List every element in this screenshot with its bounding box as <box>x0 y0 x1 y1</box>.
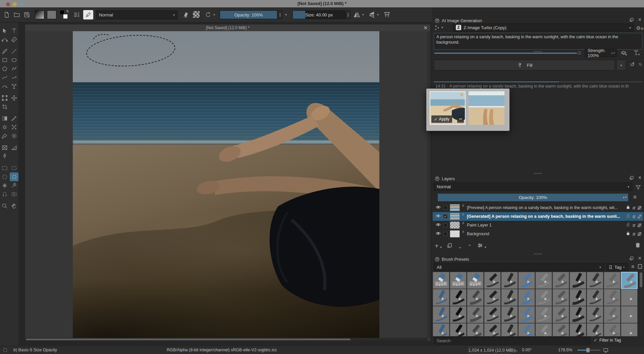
layer-visibility-eye-icon[interactable] <box>435 213 441 220</box>
layer-lock-icon[interactable] <box>626 231 630 237</box>
brush-detail-view-icon[interactable] <box>637 264 643 270</box>
result-more-button[interactable]: ••• <box>457 115 464 123</box>
brush-preset-thumbnail[interactable] <box>621 306 638 323</box>
brush-preset-thumbnail[interactable] <box>450 306 467 323</box>
calligraphy-tool-icon[interactable] <box>10 35 18 44</box>
brush-preset-thumbnail[interactable] <box>501 323 518 336</box>
gradient-tool-icon[interactable] <box>0 114 9 123</box>
chevron-down-icon[interactable]: ▾ <box>285 13 287 16</box>
ellipse-tool-icon[interactable] <box>10 56 18 64</box>
freehand-path-tool-icon[interactable] <box>10 73 18 82</box>
layer-visibility-eye-icon[interactable] <box>435 222 441 229</box>
result-thumbnail-1[interactable]: ★ ✓ Apply ••• <box>430 91 466 125</box>
layer-row[interactable]: [Preview] A person relaxing on a sandy b… <box>433 203 643 212</box>
brush-preset-thumbnail[interactable] <box>433 323 449 336</box>
generate-fill-button[interactable]: Fill <box>434 60 615 70</box>
brush-preset-thumbnail[interactable] <box>518 289 535 306</box>
pattern-chooser[interactable] <box>47 10 56 19</box>
brush-preset-thumbnail[interactable] <box>587 306 603 323</box>
brush-preset-thumbnail[interactable] <box>484 323 501 336</box>
crop-tool-icon[interactable] <box>0 102 9 111</box>
open-document-button[interactable] <box>13 11 21 19</box>
brush-preset-thumbnail[interactable] <box>518 306 535 323</box>
tag-button[interactable]: Tag ▾ <box>606 263 628 271</box>
layer-row[interactable]: ✓[Generated] A person relaxing on a sand… <box>433 212 643 221</box>
fuzzy-selection-tool-icon[interactable] <box>10 190 18 199</box>
enclose-fill-tool-icon[interactable] <box>10 132 18 140</box>
layer-properties-button[interactable] <box>477 243 483 250</box>
fit-to-screen-icon[interactable] <box>603 348 608 354</box>
brush-preset-thumbnail[interactable] <box>433 289 449 306</box>
chevron-down-icon[interactable]: ▾ <box>213 13 215 16</box>
close-docker-icon[interactable]: ✕ <box>638 256 642 261</box>
pointer-tool-icon[interactable] <box>0 27 9 35</box>
background-color-swatch[interactable] <box>63 14 68 19</box>
brush-preset-thumbnail[interactable] <box>535 272 552 289</box>
close-docker-icon[interactable]: ✕ <box>638 17 642 22</box>
brush-preset-thumbnail[interactable] <box>518 323 535 336</box>
filter-in-tag-checkbox[interactable]: ✓ Filter in Tag <box>594 338 621 343</box>
brush-preset-thumbnail[interactable] <box>570 289 586 306</box>
brush-preset-thumbnail[interactable] <box>450 289 467 306</box>
move-tool-icon[interactable] <box>10 94 18 102</box>
canvas-document[interactable] <box>73 31 379 338</box>
layer-lock-icon[interactable] <box>626 222 630 228</box>
elliptical-selection-tool-icon[interactable] <box>10 164 18 172</box>
polyline-tool-icon[interactable] <box>10 64 18 73</box>
float-docker-icon[interactable] <box>629 17 634 23</box>
model-style-dropdown[interactable]: Z Z-Image Turbo (Copy) ▾ <box>453 23 634 32</box>
layer-row[interactable]: Backgroundα <box>433 230 643 238</box>
assistants-tool-icon[interactable] <box>0 143 9 152</box>
brush-preset-thumbnail[interactable] <box>535 323 552 336</box>
layer-alpha-icon[interactable]: α <box>633 222 635 228</box>
brush-preset-thumbnail[interactable] <box>484 306 501 323</box>
brush-preset-thumbnail[interactable] <box>604 306 621 323</box>
brush-docker-header[interactable]: Brush Presets <box>435 256 469 262</box>
workspace-magic-icon[interactable] <box>433 23 441 32</box>
bezier-selection-tool-icon[interactable] <box>10 181 18 190</box>
opacity-slider[interactable]: Opacity: 100% <box>220 10 277 19</box>
save-button[interactable] <box>23 11 31 19</box>
layer-name[interactable]: [Generated] A person relaxing on a sandy… <box>467 214 624 219</box>
chevron-down-icon[interactable]: ▾ <box>485 245 486 249</box>
brush-preset-thumbnail[interactable] <box>587 289 603 306</box>
brush-preset-thumbnail[interactable] <box>467 323 484 336</box>
new-document-button[interactable] <box>3 11 11 19</box>
layer-name[interactable]: Background <box>467 232 624 236</box>
brush-preset-thumbnail[interactable] <box>535 289 552 306</box>
brush-preset-thumbnail[interactable] <box>604 323 621 336</box>
close-docker-icon[interactable]: ✕ <box>638 175 642 180</box>
polygon-tool-icon[interactable] <box>0 64 9 73</box>
layer-lock-icon[interactable] <box>626 213 630 219</box>
layers-docker-header[interactable]: Layers <box>435 175 455 182</box>
docker-splitter-grip[interactable]: •••••• <box>528 252 548 256</box>
generate-options-dropdown[interactable]: ▾ <box>616 60 626 70</box>
layer-visibility-eye-icon[interactable] <box>435 204 441 211</box>
mirror-horizontal-button[interactable] <box>353 11 361 19</box>
freehand-selection-tool-icon[interactable] <box>10 172 18 181</box>
opacity-spinner[interactable]: ▲▼ <box>278 10 282 19</box>
layer-alpha-icon[interactable]: α <box>633 205 635 210</box>
subwindow-titlebar[interactable]: [Not Saved] (12.0 MiB) * ✕ <box>25 24 430 31</box>
close-subwindow-icon[interactable]: ✕ <box>423 24 428 31</box>
brush-preset-thumbnail[interactable] <box>501 289 518 306</box>
layer-alpha-inherit-icon[interactable] <box>638 215 641 218</box>
preserve-alpha-button[interactable] <box>193 11 200 18</box>
brush-preset-thumbnail[interactable] <box>621 272 638 289</box>
brush-preset-thumbnail[interactable] <box>621 289 638 306</box>
reload-preset-button[interactable] <box>204 11 212 19</box>
brush-preset-thumbnail[interactable] <box>467 306 484 323</box>
brush-preset-thumbnail[interactable] <box>501 306 518 323</box>
zoom-slider[interactable] <box>578 350 600 351</box>
rotation-icon[interactable] <box>513 348 518 354</box>
blend-mode-dropdown[interactable]: Normal ▾ <box>96 10 178 19</box>
layer-thumbnail[interactable] <box>450 221 460 229</box>
layer-select-checkbox[interactable]: ✓ <box>443 214 447 218</box>
wrap-around-mode-button[interactable] <box>383 11 391 19</box>
foreground-background-colors[interactable]: ⇅ <box>60 10 70 19</box>
history-entry[interactable]: 14:31 - A person relaxing on a sandy bea… <box>435 84 643 89</box>
eraser-mode-button[interactable] <box>181 11 189 19</box>
bezier-curve-tool-icon[interactable] <box>0 73 9 82</box>
rectangular-selection-tool-icon[interactable] <box>0 164 9 172</box>
window-controls[interactable] <box>6 2 26 8</box>
